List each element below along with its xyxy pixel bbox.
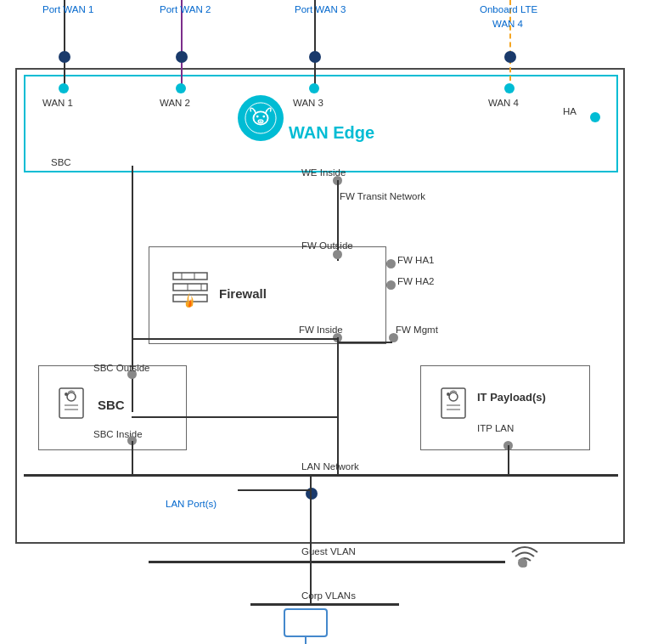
sbc-outside-label: SBC Outside (93, 363, 149, 373)
wifi-dot (518, 558, 527, 568)
computer-icon (280, 607, 331, 644)
corp-vlans-label: Corp VLANs (301, 590, 356, 601)
sbc-top-label: SBC (51, 157, 71, 167)
svg-rect-7 (173, 284, 207, 291)
port-wan4-sub-label: WAN 4 (492, 19, 523, 29)
port-wan2-dot (176, 51, 188, 63)
sbc-vline-bottom (132, 441, 133, 477)
firewall-label: Firewall (219, 286, 267, 301)
wan4-iface-dot (504, 83, 515, 93)
svg-point-14 (67, 393, 76, 401)
wan1-iface-dot (59, 83, 69, 93)
svg-point-2 (256, 116, 259, 118)
svg-point-17 (65, 393, 68, 396)
wan3-iface-dot (309, 83, 319, 93)
wan2-iface-label: WAN 2 (160, 98, 190, 108)
sbc-box-label: SBC (98, 398, 125, 412)
wan2-iface-dot (176, 83, 186, 93)
port-wan3-dot (309, 51, 321, 63)
corp-vlans-bar (250, 603, 399, 606)
fw-inside-vline (337, 337, 339, 476)
wan-edge-label: WAN Edge (289, 123, 374, 143)
fw-mgmt-label: FW Mgmt (396, 325, 438, 335)
network-diagram: Port WAN 1 Port WAN 2 Port WAN 3 Onboard… (0, 0, 658, 644)
wan1-iface-label: WAN 1 (42, 98, 73, 108)
itp-vline (508, 445, 509, 476)
svg-point-3 (262, 116, 265, 118)
lan-port-hline (238, 489, 310, 491)
fw-sbc-hline (132, 338, 338, 340)
firewall-icon (168, 268, 212, 312)
fw-transit-label: FW Transit Network (340, 191, 425, 201)
itp-label: IT Payload(s) (477, 391, 546, 404)
corp-fw-hline (337, 342, 392, 343)
fw-inside-label: FW Inside (299, 325, 343, 335)
fw-outside-dot (333, 250, 342, 259)
fw-outside-label: FW Outside (301, 240, 353, 251)
wan3-iface-label: WAN 3 (293, 98, 323, 108)
ha-label: HA (563, 106, 576, 116)
fw-ha1-dot (386, 259, 396, 268)
lan-network-label: LAN Network (301, 461, 359, 472)
port-wan4-dot (504, 51, 516, 63)
sbc-h-connect (132, 416, 337, 418)
fw-ha2-dot (386, 280, 396, 290)
wan-edge-icon (238, 95, 284, 141)
itp-box-icon (440, 387, 470, 423)
svg-point-0 (245, 103, 276, 133)
port-wan1-dot (59, 51, 70, 63)
ha-dot (590, 112, 600, 122)
port-wan1-label: Port WAN 1 (42, 4, 93, 14)
port-wan4-title-label: Onboard LTE (480, 4, 537, 14)
sbc-box-icon (58, 387, 87, 423)
fw-ha2-label: FW HA2 (397, 276, 434, 286)
svg-rect-24 (284, 609, 327, 636)
svg-rect-6 (173, 273, 207, 280)
svg-point-19 (449, 393, 458, 401)
guest-vlan-label: Guest VLAN (301, 546, 356, 556)
lan-bar (24, 474, 618, 477)
port-wan3-label: Port WAN 3 (295, 4, 346, 14)
itp-lan-label: ITP LAN (477, 423, 514, 433)
lan-ports-label: LAN Port(s) (166, 499, 217, 509)
svg-point-22 (447, 393, 450, 396)
guest-vlan-bar (149, 561, 505, 563)
wan4-iface-label: WAN 4 (488, 98, 519, 108)
port-wan2-label: Port WAN 2 (160, 4, 211, 14)
fw-ha1-label: FW HA1 (397, 255, 434, 265)
